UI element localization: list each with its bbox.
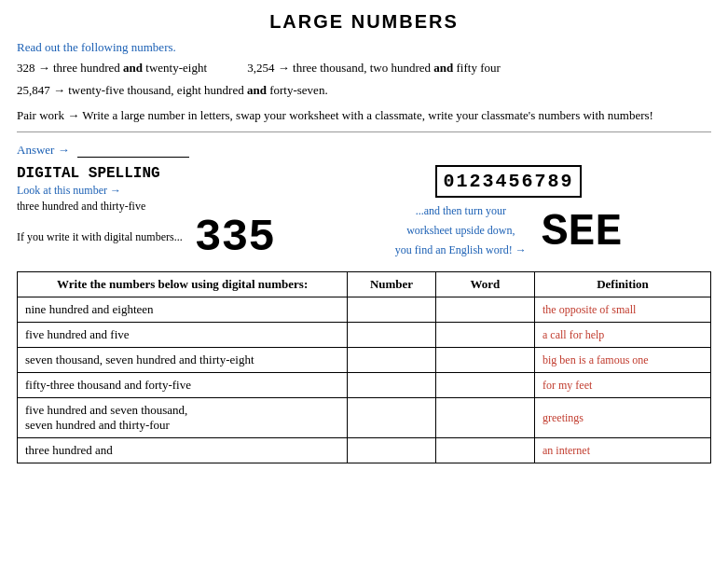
header-number: Number [348,272,435,297]
digital-title: DIGITAL SPELLING [17,165,287,182]
right-text3: you find an English word! → [395,242,527,258]
row-word[interactable] [435,373,534,398]
row-description: nine hundred and eighteen [18,297,348,323]
row-number[interactable] [348,398,435,438]
table-row: fifty-three thousand and forty-fivefor m… [18,373,711,398]
row-word[interactable] [435,297,534,323]
answer-label: Answer → [17,142,189,158]
digital-look-label: Look at this number → [17,184,287,198]
table-row: nine hundred and eighteenthe opposite of… [18,297,711,323]
page-title: LARGE NUMBERS [17,11,711,33]
pair-work-text: Pair work → Write a large number in lett… [17,106,711,125]
digit-display: 0123456789 [435,165,581,198]
see-word: SEE [542,210,622,255]
table-header-row: Write the numbers below using digital nu… [18,272,711,297]
table-row: five hundred and seven thousand,seven hu… [18,398,711,438]
row-number[interactable] [348,323,435,348]
row-description: seven thousand, seven hundred and thirty… [18,348,348,373]
header-word: Word [435,272,534,297]
example3-text: 25,847 → twenty-five thousand, eight hun… [17,81,711,101]
row-word[interactable] [435,348,534,373]
answer-row: Answer → [17,142,711,158]
numbers-table: Write the numbers below using digital nu… [17,271,711,463]
digital-desc2: If you write it with digital numbers... … [17,215,287,260]
row-description: five hundred and seven thousand,seven hu… [18,398,348,438]
row-definition: the opposite of small [535,297,711,323]
digital-spelling-section: DIGITAL SPELLING Look at this number → t… [17,165,287,262]
row-word[interactable] [435,438,534,463]
table-row: seven thousand, seven hundred and thirty… [18,348,711,373]
row-description: three hundred and [18,438,348,463]
example2-text: 3,254 → three thousand, two hundred and … [247,61,501,75]
row-number[interactable] [348,297,435,323]
digital-desc1: three hundred and thirty-five [17,200,287,214]
row-definition: greetings [535,398,711,438]
row-definition: for my feet [535,373,711,398]
table-row: three hundred andan internet [18,438,711,463]
answer-line [77,142,189,158]
row-description: fifty-three thousand and forty-five [18,373,348,398]
right-digital-section: 0123456789 ...and then turn your workshe… [306,165,711,261]
header-description: Write the numbers below using digital nu… [18,272,348,297]
right-text-block: ...and then turn your worksheet upside d… [395,203,527,261]
middle-section: DIGITAL SPELLING Look at this number → t… [17,165,711,262]
row-word[interactable] [435,323,534,348]
row-number[interactable] [348,373,435,398]
example1-text: 328 → three hundred and twenty-eight [17,61,207,75]
divider [17,131,711,132]
big-number-335: 335 [195,215,275,260]
row-number[interactable] [348,438,435,463]
see-section: ...and then turn your worksheet upside d… [395,203,622,261]
table-row: five hundred and fivea call for help [18,323,711,348]
row-number[interactable] [348,348,435,373]
row-definition: a call for help [535,323,711,348]
row-description: five hundred and five [18,323,348,348]
right-text1: ...and then turn your [395,203,527,219]
examples-section: 328 → three hundred and twenty-eight 3,2… [17,59,711,78]
header-definition: Definition [535,272,711,297]
right-text2: worksheet upside down, [395,223,527,239]
read-instruction: Read out the following numbers. [17,40,711,55]
row-definition: big ben is a famous one [535,348,711,373]
row-definition: an internet [535,438,711,463]
row-word[interactable] [435,398,534,438]
